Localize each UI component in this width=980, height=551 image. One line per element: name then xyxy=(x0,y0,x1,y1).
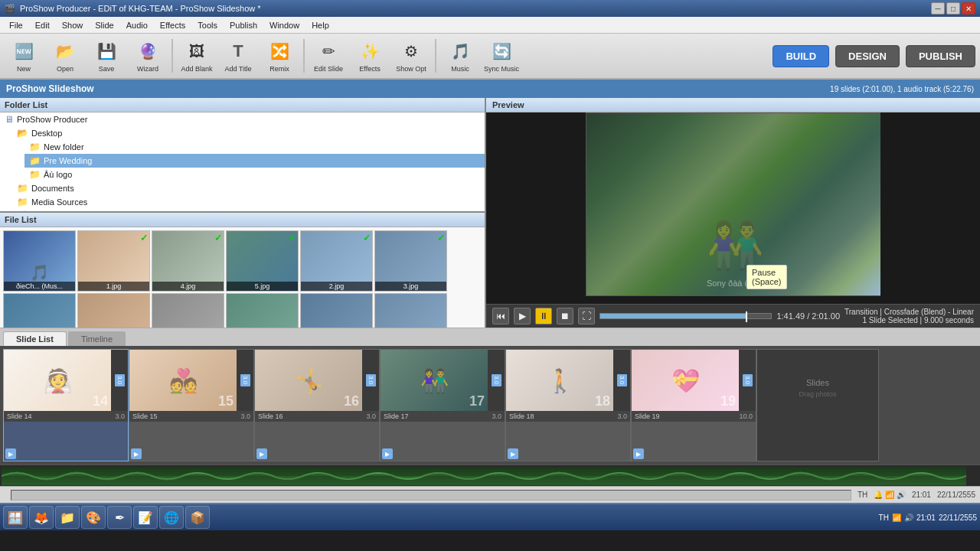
menu-audio[interactable]: Audio xyxy=(120,19,154,31)
build-button[interactable]: BUILD xyxy=(773,45,829,67)
toolbar-remix-button[interactable]: 🔀 Remix xyxy=(260,36,299,76)
language-indicator: TH xyxy=(858,491,867,499)
save-icon: 💾 xyxy=(94,39,119,64)
taskbar-browser[interactable]: 🌐 xyxy=(159,506,184,529)
folder-item-proshow[interactable]: 🖥 ProShow Producer xyxy=(0,112,485,126)
toolbar-new-button[interactable]: 🆕 New xyxy=(5,36,43,76)
toolbar-add-title-label: Add Title xyxy=(224,65,251,73)
status-time: 21:01 xyxy=(912,491,931,499)
toolbar-edit-slide-button[interactable]: ✏ Edit Slide xyxy=(309,36,348,76)
pause-button[interactable]: ⏸ xyxy=(535,308,552,324)
slide-18-play[interactable]: ▶ xyxy=(508,448,518,459)
slide-thumb-14: 👰 14 xyxy=(4,350,111,411)
toolbar-save-button[interactable]: 💾 Save xyxy=(87,36,126,76)
slide-item-17[interactable]: 👫 17 3.0 ▶ Slide 17 3.0 xyxy=(380,349,505,461)
slide-item-19[interactable]: 💝 19 3.0 ▶ Slide 19 10.0 xyxy=(631,349,756,461)
menu-window[interactable]: Window xyxy=(263,19,305,31)
toolbar-new-label: New xyxy=(17,65,31,73)
effects-icon: ✨ xyxy=(358,39,382,64)
slide-16-play[interactable]: ▶ xyxy=(256,448,267,459)
start-button[interactable]: 🪟 xyxy=(3,506,28,529)
slide-preview-17: 👫 xyxy=(420,367,449,394)
file-thumb-2[interactable]: ✓ 2.jpg xyxy=(300,230,373,292)
maximize-button[interactable]: □ xyxy=(946,2,960,15)
taskbar-explorer[interactable]: 📁 xyxy=(55,506,80,529)
taskbar-photoshop[interactable]: 🎨 xyxy=(81,506,106,529)
file-thumb-11[interactable]: img11 xyxy=(300,293,373,328)
file-thumb-4[interactable]: ✓ 4.jpg xyxy=(152,230,224,292)
file-thumb-5[interactable]: ✓ 5.jpg xyxy=(226,230,299,292)
slide-17-play[interactable]: ▶ xyxy=(382,448,393,459)
taskbar-right: TH 📶 🔊 21:01 22/11/2555 xyxy=(879,514,977,522)
toolbar-show-opt-button[interactable]: ⚙ Show Opt xyxy=(392,36,430,76)
toolbar-wizard-button[interactable]: 🔮 Wizard xyxy=(129,36,167,76)
file-thumb-music[interactable]: 🎵 ðieCh... (Mus... xyxy=(3,230,76,292)
toolbar-add-blank-button[interactable]: 🖼 Add Blank xyxy=(178,36,216,76)
file-thumb-8[interactable]: img8 xyxy=(77,293,150,328)
taskbar-word[interactable]: 📝 xyxy=(133,506,158,529)
menu-slide[interactable]: Slide xyxy=(89,19,119,31)
slide-19-info: ▶ Slide 19 10.0 xyxy=(632,411,756,422)
toolbar-sep-2 xyxy=(303,39,305,73)
slide-transition-15: 3.0 xyxy=(237,350,253,411)
file-thumb-3[interactable]: ✓ 3.jpg xyxy=(374,230,447,292)
menu-help[interactable]: Help xyxy=(305,19,335,31)
folder-item-au-logo[interactable]: 📁 Âù logo xyxy=(24,168,485,181)
taskbar-firefox[interactable]: 🦊 xyxy=(29,506,54,529)
slide-15-play[interactable]: ▶ xyxy=(131,448,142,459)
slide-transition-17: 3.0 xyxy=(488,350,505,411)
folder-item-desktop[interactable]: 📂 Desktop xyxy=(12,126,485,140)
slide-selected-info: 1 Slide Selected | 9.000 seconds xyxy=(844,316,974,324)
status-bar: TH 🔔 📶 🔊 21:01 22/11/2555 xyxy=(0,486,980,503)
slide-transition-16: 3.0 xyxy=(362,350,379,411)
file-thumb-1[interactable]: ✓ 1.jpg xyxy=(77,230,150,292)
file-thumb-12[interactable]: img12 xyxy=(374,293,447,328)
toolbar-effects-button[interactable]: ✨ Effects xyxy=(351,36,389,76)
menu-file[interactable]: File xyxy=(3,19,29,31)
menu-show[interactable]: Show xyxy=(56,19,90,31)
tab-timeline[interactable]: Timeline xyxy=(68,331,126,346)
close-button[interactable]: ✕ xyxy=(962,2,975,15)
title-bar-controls[interactable]: ─ □ ✕ xyxy=(931,2,975,15)
menu-publish[interactable]: Publish xyxy=(224,19,263,31)
file-grid: 🎵 ðieCh... (Mus... ✓ 1.jpg ✓ 4.jpg ✓ 5.j… xyxy=(0,227,485,328)
menu-effects[interactable]: Effects xyxy=(154,19,191,31)
rewind-button[interactable]: ⏮ xyxy=(492,308,509,324)
toolbar-sync-music-button[interactable]: 🔄 Sync Music xyxy=(482,36,521,76)
toolbar-music-button[interactable]: 🎵 Music xyxy=(441,36,479,76)
taskbar-pen[interactable]: ✒ xyxy=(107,506,132,529)
slide-item-16[interactable]: 🤸 16 3.0 ▶ Slide 16 3.0 xyxy=(254,349,380,461)
audio-wave xyxy=(2,467,966,485)
file-thumb-9[interactable]: img9 xyxy=(152,293,224,328)
transition-value: Crossfade (Blend) - Linear xyxy=(884,308,974,316)
tab-slide-list[interactable]: Slide List xyxy=(3,331,67,346)
slide-18-info: ▶ Slide 18 3.0 xyxy=(506,411,630,422)
menu-tools[interactable]: Tools xyxy=(191,19,224,31)
menu-edit[interactable]: Edit xyxy=(29,19,56,31)
progress-bar[interactable] xyxy=(599,313,772,319)
slide-19-play[interactable]: ▶ xyxy=(633,448,644,459)
slide-item-14[interactable]: 👰 14 3.0 ▶ Slide 14 3.0 xyxy=(3,349,129,461)
file-list: File List 🎵 ðieCh... (Mus... ✓ 1.jpg ✓ 4… xyxy=(0,213,485,328)
file-thumb-10[interactable]: img10 xyxy=(226,293,299,328)
folder-item-pre-wedding[interactable]: 📁 Pre Wedding xyxy=(24,154,485,168)
file-thumb-7[interactable]: img7 xyxy=(3,293,76,328)
slide-preview-16: 🤸 xyxy=(295,367,323,394)
taskbar-package[interactable]: 📦 xyxy=(185,506,210,529)
stop-button[interactable]: ⏹ xyxy=(557,308,573,324)
slide-item-15[interactable]: 💑 15 3.0 ▶ Slide 15 3.0 xyxy=(129,349,254,461)
folder-item-documents[interactable]: 📁 Documents xyxy=(12,181,485,195)
minimize-button[interactable]: ─ xyxy=(931,2,945,15)
design-button[interactable]: DESIGN xyxy=(835,45,900,67)
folder-item-new-folder[interactable]: 📁 New folder xyxy=(24,140,485,154)
slide-thumb-19: 💝 19 xyxy=(632,350,739,411)
slide-14-play[interactable]: ▶ xyxy=(5,448,16,459)
folder-item-media-sources[interactable]: 📁 Media Sources xyxy=(12,195,485,209)
toolbar-open-button[interactable]: 📂 Open xyxy=(46,36,84,76)
fullscreen-button[interactable]: ⛶ xyxy=(578,308,595,324)
toolbar-add-title-button[interactable]: T Add Title xyxy=(219,36,257,76)
play-button[interactable]: ▶ xyxy=(514,308,531,324)
slide-item-add[interactable]: Slides Drag photos xyxy=(756,349,879,461)
publish-button[interactable]: PUBLISH xyxy=(906,45,975,67)
slide-item-18[interactable]: 🚶 18 3.0 ▶ Slide 18 3.0 xyxy=(505,349,631,461)
